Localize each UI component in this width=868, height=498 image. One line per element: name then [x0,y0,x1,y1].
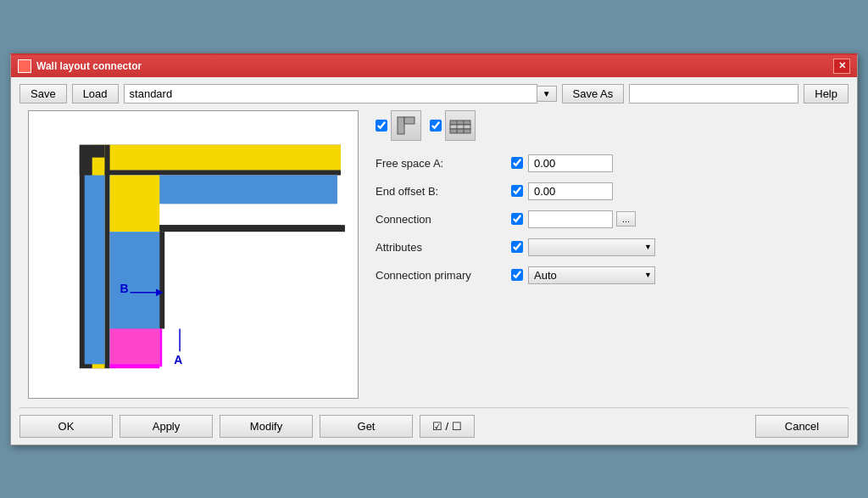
icon1-checkbox[interactable] [376,120,387,131]
footer: OK Apply Modify Get ☑ / ☐ Cancel [19,407,849,438]
connection-checkbox[interactable] [511,213,523,225]
save-as-input[interactable] [629,84,798,104]
svg-text:A: A [174,353,182,367]
attributes-select[interactable] [528,238,655,256]
get-button[interactable]: Get [320,415,413,438]
end-offset-input[interactable] [528,182,613,200]
free-space-input[interactable] [528,154,613,172]
svg-rect-26 [450,129,470,133]
modify-button[interactable]: Modify [220,415,313,438]
svg-rect-23 [404,117,415,124]
svg-rect-24 [450,120,470,125]
connection-primary-select-wrapper: Auto Primary Secondary [528,266,655,284]
svg-rect-1 [92,144,341,170]
apply-button[interactable]: Apply [120,415,213,438]
end-offset-checkbox[interactable] [511,185,523,197]
svg-rect-25 [450,125,470,129]
connection-input[interactable] [528,210,613,228]
icon-group-2 [430,110,476,141]
toolbar: Save Load ▼ Save As Help [19,84,849,104]
save-as-button[interactable]: Save As [562,84,625,104]
attributes-select-wrapper [528,238,655,256]
canvas-area: B A [19,110,367,399]
svg-rect-12 [159,225,341,230]
load-button[interactable]: Load [72,84,119,104]
svg-rect-2 [80,170,341,175]
svg-text:B: B [120,281,129,294]
footer-buttons-left: OK Apply Modify Get ☑ / ☐ [19,415,475,438]
close-button[interactable]: ✕ [833,59,850,74]
svg-rect-11 [159,232,164,328]
svg-rect-10 [110,175,160,232]
dialog: Wall layout connector ✕ Save Load ▼ Save… [10,53,858,445]
svg-rect-22 [398,117,404,134]
svg-rect-7 [85,175,105,364]
attributes-label: Attributes [376,241,511,254]
cancel-button[interactable]: Cancel [755,415,849,438]
wall-diagram: B A [29,111,358,398]
wall-canvas: B A [28,110,359,399]
connection-primary-label: Connection primary [376,269,511,282]
svg-rect-15 [159,328,162,367]
title-bar: Wall layout connector ✕ [11,55,857,77]
dropdown-arrow[interactable]: ▼ [537,86,557,102]
connection-browse-button[interactable]: ... [616,211,636,227]
connection-label: Connection [376,213,511,226]
svg-rect-17 [110,364,160,368]
svg-rect-5 [105,144,110,367]
main-area: B A [19,110,849,399]
wall-icon-1[interactable] [391,110,421,141]
connection-primary-row: Connection primary Auto Primary Secondar… [376,266,849,284]
profile-input[interactable] [124,84,537,104]
ok-button[interactable]: OK [19,415,113,438]
icon-group-1 [376,110,421,141]
connection-row: Connection ... [376,210,849,228]
attributes-checkbox[interactable] [511,241,523,253]
profile-dropdown-container: ▼ [124,84,557,104]
wall-icon-2[interactable] [445,110,476,141]
icons-row [376,110,849,141]
right-panel: Free space A: End offset B: Connection .… [376,110,849,399]
check-toggle-button[interactable]: ☑ / ☐ [420,415,475,438]
connection-primary-select[interactable]: Auto Primary Secondary [528,266,655,284]
free-space-row: Free space A: [376,154,849,172]
connection-primary-checkbox[interactable] [511,269,523,281]
help-button[interactable]: Help [804,84,849,104]
end-offset-row: End offset B: [376,182,849,200]
dialog-content: Save Load ▼ Save As Help [11,77,857,445]
title-bar-left: Wall layout connector [18,59,142,73]
dialog-title: Wall layout connector [36,60,142,72]
app-icon [18,59,31,73]
svg-rect-16 [110,328,160,367]
icon2-checkbox[interactable] [430,120,442,131]
free-space-checkbox[interactable] [511,157,523,169]
free-space-label: Free space A: [376,157,511,170]
end-offset-label: End offset B: [376,185,511,198]
save-button[interactable]: Save [19,84,67,104]
attributes-row: Attributes [376,238,849,256]
